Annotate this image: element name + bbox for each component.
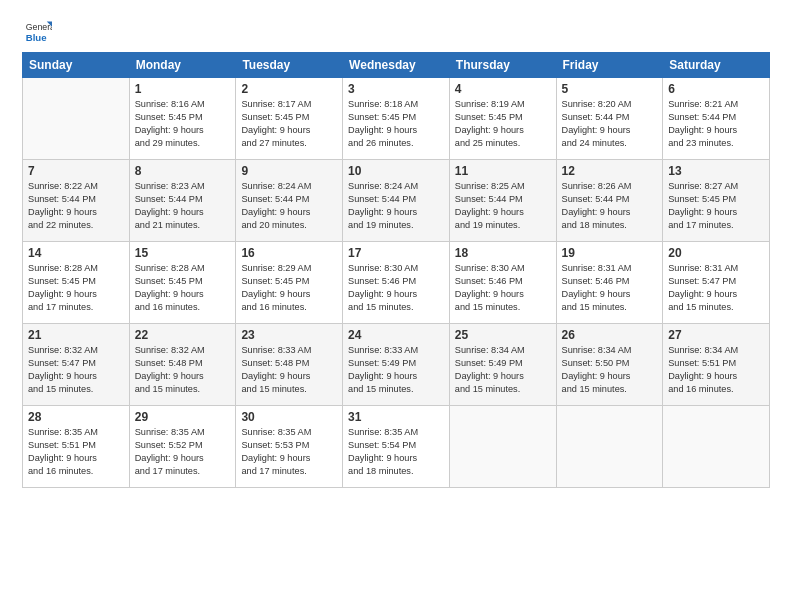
logo-icon: General Blue (24, 18, 52, 46)
calendar-cell: 17Sunrise: 8:30 AM Sunset: 5:46 PM Dayli… (343, 242, 450, 324)
calendar-cell: 23Sunrise: 8:33 AM Sunset: 5:48 PM Dayli… (236, 324, 343, 406)
day-number: 12 (562, 164, 658, 178)
day-number: 9 (241, 164, 337, 178)
day-number: 15 (135, 246, 231, 260)
day-number: 10 (348, 164, 444, 178)
weekday-header-friday: Friday (556, 53, 663, 78)
day-number: 20 (668, 246, 764, 260)
day-info: Sunrise: 8:33 AM Sunset: 5:49 PM Dayligh… (348, 344, 444, 396)
day-number: 27 (668, 328, 764, 342)
calendar-cell: 15Sunrise: 8:28 AM Sunset: 5:45 PM Dayli… (129, 242, 236, 324)
day-number: 31 (348, 410, 444, 424)
calendar-cell: 10Sunrise: 8:24 AM Sunset: 5:44 PM Dayli… (343, 160, 450, 242)
weekday-header-monday: Monday (129, 53, 236, 78)
day-info: Sunrise: 8:35 AM Sunset: 5:54 PM Dayligh… (348, 426, 444, 478)
calendar-cell: 11Sunrise: 8:25 AM Sunset: 5:44 PM Dayli… (449, 160, 556, 242)
day-info: Sunrise: 8:35 AM Sunset: 5:52 PM Dayligh… (135, 426, 231, 478)
calendar-cell: 31Sunrise: 8:35 AM Sunset: 5:54 PM Dayli… (343, 406, 450, 488)
calendar-cell: 7Sunrise: 8:22 AM Sunset: 5:44 PM Daylig… (23, 160, 130, 242)
day-info: Sunrise: 8:20 AM Sunset: 5:44 PM Dayligh… (562, 98, 658, 150)
weekday-header-row: SundayMondayTuesdayWednesdayThursdayFrid… (23, 53, 770, 78)
calendar-cell: 24Sunrise: 8:33 AM Sunset: 5:49 PM Dayli… (343, 324, 450, 406)
day-info: Sunrise: 8:35 AM Sunset: 5:53 PM Dayligh… (241, 426, 337, 478)
svg-text:Blue: Blue (26, 32, 47, 43)
day-number: 1 (135, 82, 231, 96)
calendar-week-row: 1Sunrise: 8:16 AM Sunset: 5:45 PM Daylig… (23, 78, 770, 160)
day-info: Sunrise: 8:22 AM Sunset: 5:44 PM Dayligh… (28, 180, 124, 232)
day-info: Sunrise: 8:34 AM Sunset: 5:51 PM Dayligh… (668, 344, 764, 396)
day-info: Sunrise: 8:34 AM Sunset: 5:50 PM Dayligh… (562, 344, 658, 396)
calendar-cell: 19Sunrise: 8:31 AM Sunset: 5:46 PM Dayli… (556, 242, 663, 324)
weekday-header-tuesday: Tuesday (236, 53, 343, 78)
day-number: 18 (455, 246, 551, 260)
day-info: Sunrise: 8:16 AM Sunset: 5:45 PM Dayligh… (135, 98, 231, 150)
calendar-cell: 6Sunrise: 8:21 AM Sunset: 5:44 PM Daylig… (663, 78, 770, 160)
weekday-header-saturday: Saturday (663, 53, 770, 78)
calendar-cell: 16Sunrise: 8:29 AM Sunset: 5:45 PM Dayli… (236, 242, 343, 324)
weekday-header-thursday: Thursday (449, 53, 556, 78)
day-info: Sunrise: 8:32 AM Sunset: 5:47 PM Dayligh… (28, 344, 124, 396)
day-number: 28 (28, 410, 124, 424)
day-number: 17 (348, 246, 444, 260)
day-info: Sunrise: 8:34 AM Sunset: 5:49 PM Dayligh… (455, 344, 551, 396)
day-number: 4 (455, 82, 551, 96)
day-info: Sunrise: 8:27 AM Sunset: 5:45 PM Dayligh… (668, 180, 764, 232)
calendar-cell: 30Sunrise: 8:35 AM Sunset: 5:53 PM Dayli… (236, 406, 343, 488)
day-number: 30 (241, 410, 337, 424)
calendar-cell: 5Sunrise: 8:20 AM Sunset: 5:44 PM Daylig… (556, 78, 663, 160)
day-info: Sunrise: 8:35 AM Sunset: 5:51 PM Dayligh… (28, 426, 124, 478)
day-number: 3 (348, 82, 444, 96)
day-info: Sunrise: 8:26 AM Sunset: 5:44 PM Dayligh… (562, 180, 658, 232)
day-info: Sunrise: 8:24 AM Sunset: 5:44 PM Dayligh… (348, 180, 444, 232)
calendar-week-row: 7Sunrise: 8:22 AM Sunset: 5:44 PM Daylig… (23, 160, 770, 242)
calendar-cell: 27Sunrise: 8:34 AM Sunset: 5:51 PM Dayli… (663, 324, 770, 406)
day-number: 13 (668, 164, 764, 178)
day-number: 11 (455, 164, 551, 178)
day-info: Sunrise: 8:31 AM Sunset: 5:47 PM Dayligh… (668, 262, 764, 314)
day-number: 5 (562, 82, 658, 96)
calendar-cell (556, 406, 663, 488)
day-info: Sunrise: 8:33 AM Sunset: 5:48 PM Dayligh… (241, 344, 337, 396)
day-number: 2 (241, 82, 337, 96)
day-info: Sunrise: 8:31 AM Sunset: 5:46 PM Dayligh… (562, 262, 658, 314)
day-info: Sunrise: 8:21 AM Sunset: 5:44 PM Dayligh… (668, 98, 764, 150)
calendar-week-row: 28Sunrise: 8:35 AM Sunset: 5:51 PM Dayli… (23, 406, 770, 488)
day-number: 24 (348, 328, 444, 342)
calendar-cell (663, 406, 770, 488)
calendar-cell: 9Sunrise: 8:24 AM Sunset: 5:44 PM Daylig… (236, 160, 343, 242)
day-number: 23 (241, 328, 337, 342)
weekday-header-wednesday: Wednesday (343, 53, 450, 78)
day-info: Sunrise: 8:28 AM Sunset: 5:45 PM Dayligh… (135, 262, 231, 314)
day-info: Sunrise: 8:25 AM Sunset: 5:44 PM Dayligh… (455, 180, 551, 232)
day-number: 22 (135, 328, 231, 342)
day-number: 29 (135, 410, 231, 424)
calendar-cell: 29Sunrise: 8:35 AM Sunset: 5:52 PM Dayli… (129, 406, 236, 488)
day-info: Sunrise: 8:29 AM Sunset: 5:45 PM Dayligh… (241, 262, 337, 314)
day-info: Sunrise: 8:17 AM Sunset: 5:45 PM Dayligh… (241, 98, 337, 150)
day-number: 21 (28, 328, 124, 342)
calendar-cell: 2Sunrise: 8:17 AM Sunset: 5:45 PM Daylig… (236, 78, 343, 160)
calendar-cell: 18Sunrise: 8:30 AM Sunset: 5:46 PM Dayli… (449, 242, 556, 324)
calendar-cell: 1Sunrise: 8:16 AM Sunset: 5:45 PM Daylig… (129, 78, 236, 160)
calendar-cell: 26Sunrise: 8:34 AM Sunset: 5:50 PM Dayli… (556, 324, 663, 406)
logo: General Blue (22, 18, 52, 46)
day-info: Sunrise: 8:32 AM Sunset: 5:48 PM Dayligh… (135, 344, 231, 396)
day-info: Sunrise: 8:28 AM Sunset: 5:45 PM Dayligh… (28, 262, 124, 314)
calendar-cell: 13Sunrise: 8:27 AM Sunset: 5:45 PM Dayli… (663, 160, 770, 242)
day-info: Sunrise: 8:24 AM Sunset: 5:44 PM Dayligh… (241, 180, 337, 232)
calendar-cell: 8Sunrise: 8:23 AM Sunset: 5:44 PM Daylig… (129, 160, 236, 242)
calendar-cell: 21Sunrise: 8:32 AM Sunset: 5:47 PM Dayli… (23, 324, 130, 406)
calendar-cell: 20Sunrise: 8:31 AM Sunset: 5:47 PM Dayli… (663, 242, 770, 324)
svg-text:General: General (26, 22, 52, 32)
day-info: Sunrise: 8:30 AM Sunset: 5:46 PM Dayligh… (348, 262, 444, 314)
header: General Blue (22, 18, 770, 46)
calendar-table: SundayMondayTuesdayWednesdayThursdayFrid… (22, 52, 770, 488)
day-number: 14 (28, 246, 124, 260)
day-number: 19 (562, 246, 658, 260)
day-number: 26 (562, 328, 658, 342)
calendar-cell (449, 406, 556, 488)
calendar-cell: 28Sunrise: 8:35 AM Sunset: 5:51 PM Dayli… (23, 406, 130, 488)
day-number: 16 (241, 246, 337, 260)
day-info: Sunrise: 8:23 AM Sunset: 5:44 PM Dayligh… (135, 180, 231, 232)
calendar-cell (23, 78, 130, 160)
